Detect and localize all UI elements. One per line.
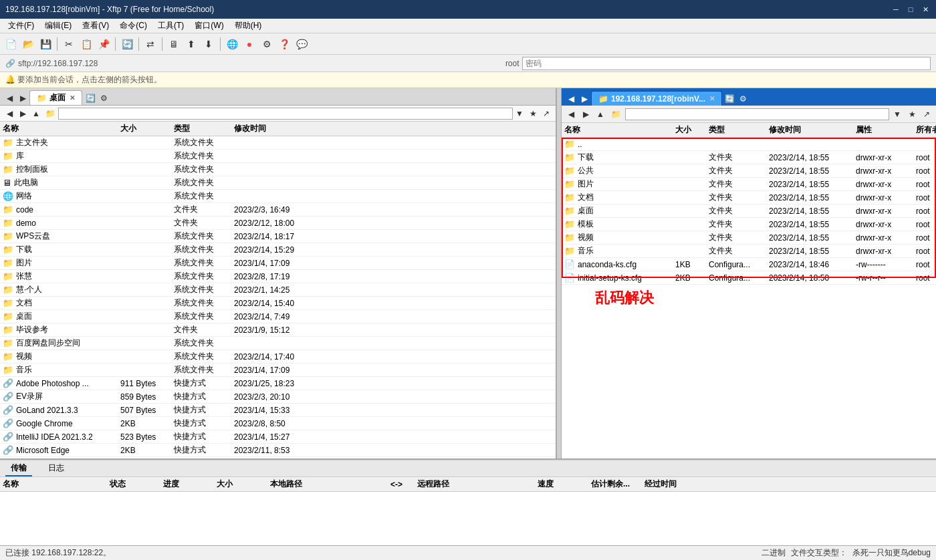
- list-item[interactable]: 🔗 Google Chrome 2KB 快捷方式 2023/2/8, 8:50: [0, 417, 556, 430]
- list-item[interactable]: 🔗 Microsoft Edge 2KB 快捷方式 2023/2/11, 8:5…: [0, 444, 556, 457]
- list-item[interactable]: 📁 音乐 文件夹 2023/2/14, 18:55 drwxr-xr-x roo…: [562, 245, 936, 258]
- list-item[interactable]: 📁 文档 系统文件夹 2023/2/14, 15:40: [0, 297, 556, 310]
- list-item[interactable]: 📁 WPS云盘 系统文件夹 2023/2/14, 18:17: [0, 230, 556, 243]
- list-item[interactable]: 📁 下载 系统文件夹 2023/2/14, 15:29: [0, 243, 556, 257]
- list-item[interactable]: 📁 模板 文件夹 2023/2/14, 18:55 drwxr-xr-x roo…: [562, 218, 936, 231]
- menu-item[interactable]: 帮助(H): [229, 19, 267, 33]
- right-up-btn[interactable]: ▲: [594, 108, 607, 121]
- list-item[interactable]: 📁 主文件夹 系统文件夹: [0, 136, 556, 150]
- right-back-btn[interactable]: ◀: [564, 108, 578, 121]
- left-nav-prev[interactable]: ◀: [3, 92, 16, 105]
- list-item[interactable]: 📁 图片 系统文件夹 2023/1/4, 17:09: [0, 257, 556, 270]
- right-nav-next[interactable]: ▶: [578, 92, 591, 106]
- list-item[interactable]: 📁 慧·个人 系统文件夹 2023/2/1, 14:25: [0, 283, 556, 297]
- color-btn[interactable]: ●: [241, 36, 257, 52]
- right-bookmark-btn[interactable]: ★: [905, 108, 919, 121]
- chat-btn[interactable]: 💬: [294, 36, 310, 52]
- list-item[interactable]: 📁 公共 文件夹 2023/2/14, 18:55 drwxr-xr-x roo…: [562, 164, 936, 178]
- left-path-go[interactable]: ▼: [513, 107, 526, 120]
- list-item[interactable]: 📁 视频 文件夹 2023/2/14, 18:55 drwxr-xr-x roo…: [562, 231, 936, 245]
- list-item[interactable]: 📁 控制面板 系统文件夹: [0, 163, 556, 176]
- menu-item[interactable]: 编辑(E): [39, 19, 77, 33]
- menu-item[interactable]: 窗口(W): [189, 19, 229, 33]
- transfer-tab-transfer[interactable]: 传输: [5, 461, 32, 476]
- right-tab-remote[interactable]: 📁 192.168.197.128[robinV... ✕: [591, 91, 722, 106]
- maximize-button[interactable]: □: [905, 4, 916, 15]
- right-path-input[interactable]: /root: [625, 108, 889, 120]
- list-item[interactable]: 📁 code 文件夹 2023/2/3, 16:49: [0, 203, 556, 217]
- left-up-btn[interactable]: ▲: [29, 107, 43, 120]
- menu-item[interactable]: 查看(V): [77, 19, 114, 33]
- list-item[interactable]: 📁 文档 文件夹 2023/2/14, 18:55 drwxr-xr-x roo…: [562, 191, 936, 204]
- right-path-go[interactable]: ▼: [891, 108, 904, 121]
- left-tab-close[interactable]: ✕: [70, 94, 75, 102]
- cut-btn[interactable]: ✂: [61, 36, 77, 52]
- sync-btn[interactable]: ⇄: [142, 36, 158, 52]
- list-item[interactable]: 📁 张慧 系统文件夹 2023/2/8, 17:19: [0, 270, 556, 283]
- left-back-btn[interactable]: ◀: [3, 107, 16, 120]
- window-controls[interactable]: ─ □ ✕: [891, 4, 931, 15]
- right-refresh-btn[interactable]: 🔄: [723, 92, 737, 106]
- list-item[interactable]: 📁 demo 文件夹 2023/2/12, 18:00: [0, 217, 556, 230]
- download-btn[interactable]: ⬇: [201, 36, 217, 52]
- file-date: 2023/2/14, 18:17: [234, 232, 328, 241]
- menu-item[interactable]: 文件(F): [3, 19, 39, 33]
- close-button[interactable]: ✕: [920, 4, 931, 15]
- left-nav-next[interactable]: ▶: [16, 92, 29, 105]
- connection-status: 已连接 192.168.197.128:22。: [5, 547, 111, 559]
- right-newwindow-btn[interactable]: ↗: [920, 108, 933, 121]
- right-config-btn[interactable]: ⚙: [737, 92, 750, 106]
- list-item[interactable]: 📁 百度网盘同步空间 系统文件夹: [0, 337, 556, 350]
- left-config-btn[interactable]: ⚙: [97, 92, 110, 105]
- right-nav-prev[interactable]: ◀: [564, 92, 578, 106]
- left-bookmark-btn[interactable]: ★: [526, 107, 540, 120]
- list-item[interactable]: 📁 桌面 文件夹 2023/2/14, 18:55 drwxr-xr-x roo…: [562, 204, 936, 218]
- left-path-input[interactable]: 桌面: [58, 108, 513, 120]
- list-item[interactable]: 🔗 Navicat Premium 15 774 Bytes 快捷方式 2023…: [0, 457, 556, 458]
- list-item[interactable]: 🔗 GoLand 2021.3.3 507 Bytes 快捷方式 2023/1/…: [0, 404, 556, 417]
- right-forward-btn[interactable]: ▶: [579, 108, 592, 121]
- copy-btn[interactable]: 📋: [78, 36, 94, 52]
- session-mgr-btn[interactable]: 🖥: [166, 36, 182, 52]
- list-item[interactable]: 🔗 Adobe Photoshop ... 911 Bytes 快捷方式 202…: [0, 377, 556, 390]
- refresh-btn[interactable]: 🔄: [119, 36, 135, 52]
- file-date: 2023/2/14, 15:40: [234, 299, 328, 308]
- menu-item[interactable]: 工具(T): [152, 19, 189, 33]
- file-type: 快捷方式: [174, 378, 234, 389]
- list-item[interactable]: 🌐 网络 系统文件夹: [0, 190, 556, 203]
- list-item[interactable]: 🖥 此电脑 系统文件夹: [0, 176, 556, 190]
- upload-btn[interactable]: ⬆: [183, 36, 199, 52]
- help-btn[interactable]: ❓: [276, 36, 292, 52]
- list-item[interactable]: 📁 毕设参考 文件夹 2023/1/9, 15:12: [0, 323, 556, 337]
- list-item[interactable]: 🔗 IntelliJ IDEA 2021.3.2 523 Bytes 快捷方式 …: [0, 430, 556, 444]
- paste-btn[interactable]: 📌: [96, 36, 112, 52]
- list-item[interactable]: 📁 音乐 系统文件夹 2023/1/4, 17:09: [0, 364, 556, 377]
- open-btn[interactable]: 📂: [20, 36, 36, 52]
- minimize-button[interactable]: ─: [891, 4, 901, 15]
- list-item[interactable]: 📄 anaconda-ks.cfg 1KB Configura... 2023/…: [562, 258, 936, 271]
- list-item[interactable]: 📁 视频 系统文件夹 2023/2/14, 17:40: [0, 350, 556, 364]
- left-forward-btn[interactable]: ▶: [16, 107, 29, 120]
- list-item[interactable]: 📁 图片 文件夹 2023/2/14, 18:55 drwxr-xr-x roo…: [562, 178, 936, 191]
- gear-btn[interactable]: ⚙: [259, 36, 275, 52]
- new-session-btn[interactable]: 📄: [3, 36, 19, 52]
- list-item[interactable]: 📁 桌面 系统文件夹 2023/2/14, 7:49: [0, 310, 556, 323]
- file-type: Configura...: [709, 273, 769, 283]
- password-input[interactable]: [522, 57, 931, 70]
- right-tab-close[interactable]: ✕: [709, 95, 715, 102]
- save-btn[interactable]: 💾: [37, 36, 53, 52]
- left-newwindow-btn[interactable]: ↗: [540, 107, 553, 120]
- resize-handle[interactable]: [556, 88, 562, 458]
- list-item[interactable]: 📁 下载 文件夹 2023/2/14, 18:55 drwxr-xr-x roo…: [562, 151, 936, 164]
- list-item[interactable]: 📁 库 系统文件夹: [0, 150, 556, 163]
- left-tab-desktop[interactable]: 📁 桌面 ✕: [29, 90, 82, 105]
- left-refresh-btn[interactable]: 🔄: [84, 92, 97, 105]
- menu-item[interactable]: 命令(C): [114, 19, 152, 33]
- file-icon: 🔗: [3, 378, 13, 388]
- file-date: 2023/2/11, 8:53: [234, 446, 328, 455]
- list-item[interactable]: 📄 initial-setup-ks.cfg 2KB Configura... …: [562, 271, 936, 285]
- list-item[interactable]: 📁 ..: [562, 138, 936, 151]
- globe-btn[interactable]: 🌐: [224, 36, 240, 52]
- list-item[interactable]: 🔗 EV录屏 859 Bytes 快捷方式 2023/2/3, 20:10: [0, 390, 556, 404]
- transfer-tab-log[interactable]: 日志: [43, 461, 70, 476]
